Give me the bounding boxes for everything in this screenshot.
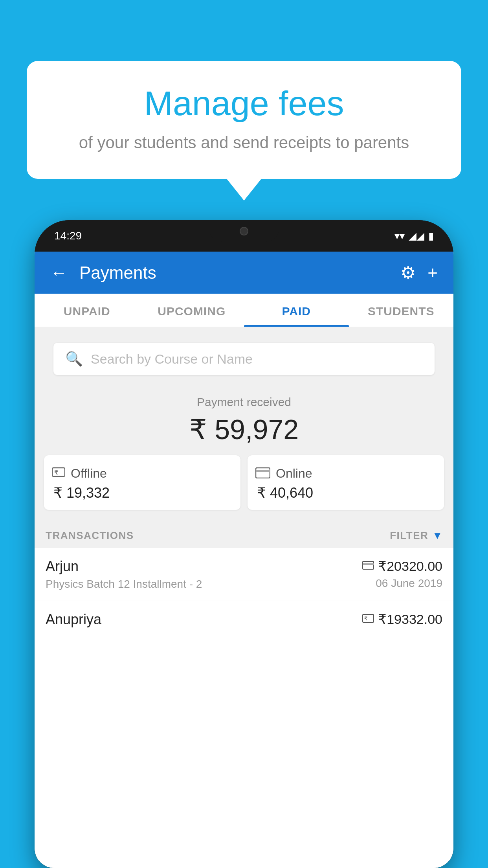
phone-screen: ← Payments ⚙ + UNPAID UPCOMING PAID STUD… [35, 252, 453, 868]
offline-payment-card: ₹ Offline ₹ 19,332 [44, 455, 240, 510]
offline-icon: ₹ [52, 466, 65, 481]
app-header: ← Payments ⚙ + [35, 252, 453, 294]
svg-text:₹: ₹ [364, 616, 367, 622]
table-row[interactable]: Anupriya ₹ ₹19332.00 [35, 601, 453, 635]
speech-bubble-pointer [227, 179, 261, 200]
tabs-bar: UNPAID UPCOMING PAID STUDENTS [35, 294, 453, 327]
filter-label: FILTER [390, 530, 428, 542]
online-icon [255, 467, 270, 480]
svg-rect-4 [363, 561, 374, 569]
transaction-right: ₹20320.00 06 June 2019 [362, 558, 442, 590]
phone-notch [209, 220, 279, 242]
transaction-course: Physics Batch 12 Installment - 2 [46, 578, 202, 590]
online-amount: ₹ 40,640 [255, 485, 313, 501]
payment-type-icon: ₹ [362, 614, 374, 624]
svg-text:₹: ₹ [54, 469, 58, 476]
filter-button[interactable]: FILTER ▼ [390, 530, 442, 542]
svg-rect-3 [256, 470, 270, 472]
header-icons: ⚙ + [400, 263, 438, 283]
transaction-right: ₹ ₹19332.00 [362, 611, 442, 630]
offline-label: Offline [71, 466, 107, 481]
search-icon: 🔍 [65, 351, 83, 367]
speech-bubble-title: Manage fees [58, 85, 430, 123]
camera-dot [240, 227, 248, 235]
svg-rect-2 [256, 468, 270, 478]
payment-summary: Payment received ₹ 59,972 ₹ Offline [35, 384, 453, 519]
search-bar[interactable]: 🔍 Search by Course or Name [53, 343, 435, 375]
transactions-header: TRANSACTIONS FILTER ▼ [35, 519, 453, 548]
page-title: Payments [79, 263, 389, 283]
online-label: Online [276, 466, 312, 481]
svg-rect-5 [363, 563, 374, 565]
payment-received-label: Payment received [44, 395, 444, 409]
payment-type-icon [362, 561, 374, 571]
transactions-label: TRANSACTIONS [46, 530, 134, 542]
status-bar: 14:29 ▾▾ ◢◢ ▮ [35, 220, 453, 252]
transaction-date: 06 June 2019 [362, 577, 442, 590]
add-icon[interactable]: + [427, 263, 438, 283]
transaction-left: Arjun Physics Batch 12 Installment - 2 [46, 558, 202, 590]
tab-paid[interactable]: PAID [244, 294, 349, 327]
status-time: 14:29 [54, 230, 82, 242]
payment-cards: ₹ Offline ₹ 19,332 [44, 455, 444, 510]
phone-frame: 14:29 ▾▾ ◢◢ ▮ ← Payments ⚙ + UNPAID UPCO… [35, 220, 453, 868]
battery-icon: ▮ [428, 230, 434, 242]
transaction-left: Anupriya [46, 611, 101, 631]
gear-icon[interactable]: ⚙ [400, 263, 416, 283]
table-row[interactable]: Arjun Physics Batch 12 Installment - 2 ₹… [35, 548, 453, 601]
signal-icon: ◢◢ [409, 230, 424, 242]
speech-bubble-subtitle: of your students and send receipts to pa… [58, 132, 430, 154]
payment-amount: ₹ 59,972 [44, 414, 444, 446]
transaction-name: Anupriya [46, 611, 101, 628]
transaction-amount: ₹20320.00 [378, 558, 442, 574]
search-input[interactable]: Search by Course or Name [91, 351, 253, 367]
tab-students[interactable]: STUDENTS [349, 294, 454, 327]
transaction-amount: ₹19332.00 [378, 611, 442, 627]
transaction-list: Arjun Physics Batch 12 Installment - 2 ₹… [35, 548, 453, 868]
tab-unpaid[interactable]: UNPAID [35, 294, 139, 327]
wifi-icon: ▾▾ [394, 230, 405, 242]
status-icons: ▾▾ ◢◢ ▮ [394, 230, 434, 242]
speech-bubble-container: Manage fees of your students and send re… [27, 61, 461, 200]
online-payment-card: Online ₹ 40,640 [248, 455, 444, 510]
offline-amount: ₹ 19,332 [52, 485, 110, 501]
speech-bubble: Manage fees of your students and send re… [27, 61, 461, 179]
tab-upcoming[interactable]: UPCOMING [139, 294, 244, 327]
back-button[interactable]: ← [50, 263, 68, 283]
filter-icon: ▼ [432, 530, 442, 542]
transaction-name: Arjun [46, 558, 202, 575]
